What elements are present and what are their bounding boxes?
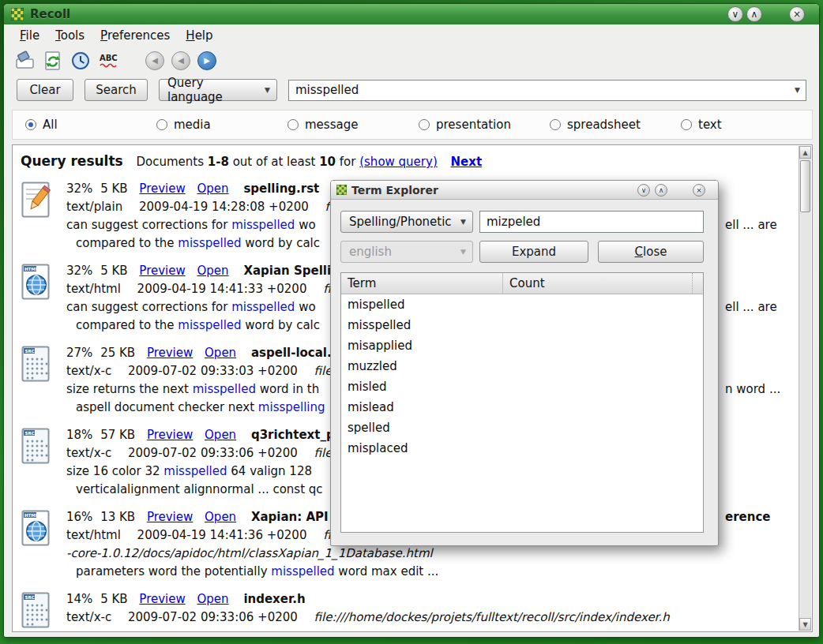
filter-radio-spreadsheet[interactable]: spreadsheet (550, 118, 681, 132)
expand-button[interactable]: Expand (479, 241, 588, 263)
filter-radio-presentation[interactable]: presentation (419, 118, 550, 132)
mime-type: text/html (66, 528, 121, 542)
term-row[interactable]: misplaced (341, 438, 703, 459)
filter-radio-text[interactable]: text (681, 118, 812, 132)
menu-help[interactable]: Help (178, 26, 220, 45)
file-size: 25 KB (100, 346, 135, 360)
highlighted-term: misspelled (178, 236, 241, 250)
term-input[interactable] (487, 215, 697, 229)
result-total: 10 (319, 155, 336, 169)
clear-search-icon[interactable] (15, 51, 36, 71)
svg-text:ABC: ABC (100, 54, 118, 62)
menu-preferences[interactable]: Preferences (92, 26, 178, 45)
term-row[interactable]: mislead (341, 397, 703, 417)
relevance-percent: 14% (66, 592, 92, 606)
close-button[interactable]: × (789, 6, 805, 22)
mime-type: text/x-c (66, 446, 111, 460)
results-heading: Query results (21, 153, 123, 169)
result-meta-line: text/x-c 2009-07-02 09:33:06 +0200 file:… (66, 608, 799, 627)
open-link[interactable]: Open (205, 346, 236, 360)
menu-tools[interactable]: Tools (47, 26, 92, 45)
radio-icon (156, 119, 167, 130)
next-page-button[interactable]: ▶ (197, 51, 216, 70)
text-file-icon (21, 180, 55, 253)
category-filter-bar: All media message presentation spreadshe… (12, 110, 813, 140)
file-size: 5 KB (100, 264, 127, 278)
search-entry-combobox[interactable]: ▼ (288, 80, 806, 101)
results-scrollbar[interactable]: ▲ ▼ (799, 146, 811, 631)
chevron-down-icon[interactable]: ▼ (795, 86, 800, 94)
scroll-down-icon[interactable]: ▼ (799, 618, 811, 631)
relevance-percent: 18% (66, 428, 92, 442)
menu-file[interactable]: File (12, 26, 47, 45)
term-row[interactable]: misled (341, 376, 703, 397)
spellcheck-abc-icon[interactable]: ABC (98, 51, 118, 71)
open-link[interactable]: Open (197, 264, 229, 278)
file-size: 57 KB (100, 428, 135, 442)
term-row[interactable]: misspelled (341, 315, 703, 335)
expansion-mode-dropdown[interactable]: Spelling/Phonetic ▼ (340, 211, 473, 233)
term-row[interactable]: muzzled (341, 356, 703, 376)
filter-radio-media[interactable]: media (156, 118, 287, 132)
file-url-continuation: -core-1.0.12/docs/apidoc/html/classXapia… (66, 545, 799, 563)
preview-link[interactable]: Preview (139, 592, 185, 606)
language-dropdown[interactable]: english ▼ (340, 241, 473, 263)
minimize-button[interactable]: ∨ (727, 6, 743, 22)
preview-link[interactable]: Preview (147, 510, 193, 524)
clear-button[interactable]: Clear (17, 79, 73, 101)
source-file-icon (21, 426, 55, 499)
dialog-minimize-button[interactable]: ∨ (637, 184, 650, 197)
dialog-close-button[interactable]: × (693, 184, 705, 197)
close-dialog-button[interactable]: Close (598, 241, 704, 263)
next-page-link[interactable]: Next (451, 155, 483, 169)
show-query-link[interactable]: (show query) (359, 155, 438, 169)
open-link[interactable]: Open (197, 592, 229, 606)
mime-type: text/x-c (66, 610, 111, 624)
dialog-maximize-button[interactable]: ∧ (655, 184, 667, 197)
preview-link[interactable]: Preview (147, 346, 193, 360)
history-clock-icon[interactable] (70, 51, 91, 71)
timestamp: 2009-04-19 14:28:08 +0200 (139, 200, 309, 214)
language-value: english (349, 245, 392, 259)
open-link[interactable]: Open (205, 428, 236, 442)
dialog-title: Term Explorer (351, 184, 438, 197)
main-window-titlebar[interactable]: Recoll ∨ ∧ × (4, 4, 819, 24)
term-row[interactable]: misapplied (341, 335, 703, 356)
query-language-dropdown[interactable]: Query language ▼ (159, 79, 277, 101)
mime-type: text/x-c (66, 364, 111, 378)
search-input[interactable] (295, 83, 787, 97)
filter-radio-message[interactable]: message (287, 118, 419, 132)
update-index-icon[interactable] (43, 51, 63, 71)
preview-link[interactable]: Preview (139, 264, 185, 278)
highlighted-term: misspelled (193, 382, 256, 396)
expansion-mode-value: Spelling/Phonetic (349, 215, 452, 229)
maximize-button[interactable]: ∧ (746, 6, 762, 22)
open-link[interactable]: Open (197, 182, 229, 196)
relevance-percent: 32% (66, 264, 92, 278)
preview-link[interactable]: Preview (147, 428, 193, 442)
timestamp: 2009-04-19 14:41:36 +0200 (137, 528, 307, 542)
preview-link[interactable]: Preview (139, 182, 185, 196)
mime-type: text/html (66, 282, 121, 296)
column-header-count[interactable]: Count (502, 273, 692, 294)
menu-bar: File Tools Preferences Help (4, 24, 819, 47)
prev-page-button[interactable]: ◀ (145, 51, 164, 70)
result-title: spelling.rst (243, 182, 319, 196)
scroll-up-icon[interactable]: ▲ (799, 146, 811, 159)
scrollbar-thumb[interactable] (800, 160, 810, 212)
column-header-term[interactable]: Term (341, 276, 502, 290)
term-row[interactable]: spelled (341, 417, 703, 438)
mime-type: text/plain (66, 200, 122, 214)
filter-radio-all[interactable]: All (25, 118, 156, 132)
header-grip[interactable] (692, 273, 703, 294)
radio-icon (419, 119, 430, 130)
search-button[interactable]: Search (85, 79, 148, 101)
snippet-fragment: ell ... are (725, 298, 777, 316)
relevance-percent: 16% (66, 510, 92, 524)
file-url: file:///home/dockes/projets/fulltext/rec… (314, 610, 670, 624)
term-row[interactable]: mispelled (341, 294, 703, 315)
open-link[interactable]: Open (205, 510, 236, 524)
term-entry-field[interactable] (479, 211, 704, 233)
highlighted-term: misspelled (271, 564, 334, 578)
prev-page-button-2[interactable]: ◀ (171, 51, 190, 70)
